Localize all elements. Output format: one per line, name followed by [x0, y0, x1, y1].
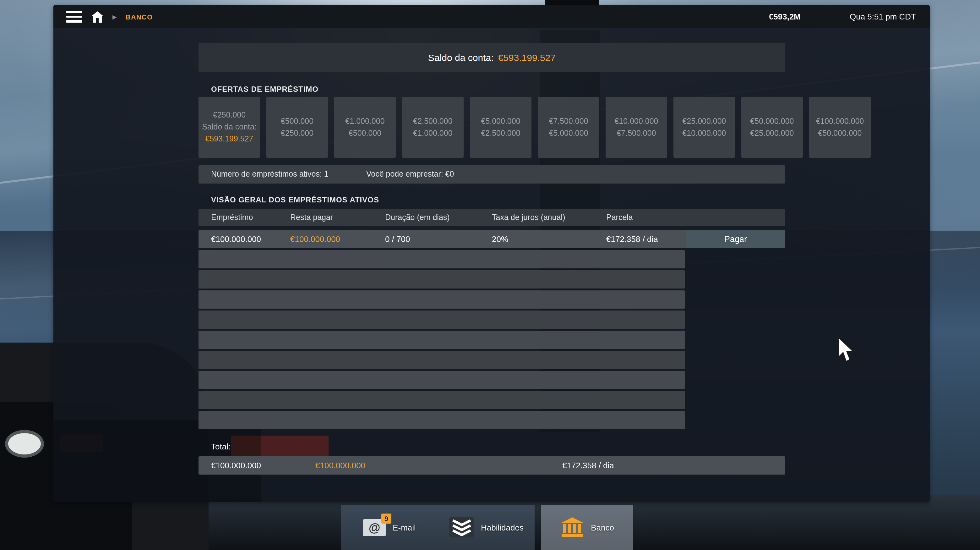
email-icon: @ 9 [363, 519, 386, 536]
loan-offer-card[interactable]: €10.000.000 €7.500.000 [606, 97, 667, 158]
loan-offer-requirement: €1.000.000 [413, 127, 452, 139]
loan-offer-requirement: €500.000 [348, 127, 381, 139]
loan-offer-card[interactable]: €100.000.000 €50.000.000 [809, 97, 871, 158]
pay-button[interactable]: Pagar [686, 230, 785, 248]
loan-table-row: €100.000.000 €100.000.000 0 / 700 20% €1… [199, 230, 785, 248]
game-screen: ▶ BANCO €593,2M Qua 5:51 pm CDT Saldo da… [0, 0, 980, 550]
empty-loan-row [199, 250, 685, 268]
taskbar: @ 9 E-mail Habilidades [341, 505, 633, 550]
loan-remaining: €100.000.000 [290, 230, 340, 248]
empty-loan-row [199, 391, 685, 409]
empty-loan-row [199, 371, 685, 389]
col-resta-pagar: Resta pagar [290, 209, 333, 226]
empty-loan-row [199, 290, 685, 309]
breadcrumb: BANCO [126, 13, 153, 21]
borrow-capacity: Você pode emprestar: €0 [366, 165, 454, 183]
taskbar-item-email[interactable]: @ 9 E-mail [341, 505, 438, 550]
loan-offer-card[interactable]: €250.000 Saldo da conta: €593.199.527 [199, 97, 260, 158]
total-label: Total: [211, 442, 231, 451]
total-installment: €172.358 / dia [562, 456, 614, 475]
loan-offer-card[interactable]: €50.000.000 €25.000.000 [741, 97, 803, 158]
loan-offer-amount: €250.000 [213, 109, 246, 121]
empty-loan-row [199, 311, 685, 329]
loan-offer-requirement: €25.000.000 [750, 127, 794, 139]
taskbar-label-email: E-mail [393, 523, 416, 532]
empty-loan-row [199, 331, 685, 349]
taskbar-label-bank: Banco [591, 523, 614, 532]
active-loans-title: VISÃO GERAL DOS EMPRÉSTIMOS ATIVOS [211, 196, 379, 204]
empty-loan-rows [199, 250, 685, 431]
bank-icon [560, 517, 584, 537]
loan-offer-amount: €5.000.000 [481, 115, 520, 127]
total-remaining: €100.000.000 [315, 456, 365, 475]
loan-offer-tooltip-label: Saldo da conta: [202, 121, 257, 133]
loan-offer-card[interactable]: €7.500.000 €5.000.000 [538, 97, 599, 158]
taskbar-item-skills[interactable]: Habilidades [438, 505, 535, 550]
loan-offer-card[interactable]: €2.500.000 €1.000.000 [402, 97, 464, 158]
bank-panel: ▶ BANCO €593,2M Qua 5:51 pm CDT Saldo da… [53, 5, 930, 502]
taskbar-item-bank[interactable]: Banco [541, 505, 633, 550]
col-parcela: Parcela [606, 209, 633, 226]
top-bar-right: €593,2M Qua 5:51 pm CDT [769, 12, 930, 21]
account-balance-value: €593.199.527 [498, 52, 556, 62]
balance-short: €593,2M [769, 12, 801, 21]
loan-offer-requirement: €250.000 [281, 127, 313, 139]
col-duracao: Duração (em dias) [385, 209, 450, 226]
top-bar: ▶ BANCO €593,2M Qua 5:51 pm CDT [53, 5, 930, 28]
col-taxa-juros: Taxa de juros (anual) [492, 209, 565, 226]
loan-amount: €100.000.000 [211, 230, 261, 248]
email-badge: 9 [381, 513, 391, 523]
taskbar-label-skills: Habilidades [481, 523, 523, 532]
active-loans-count: Número de empréstimos ativos: 1 [211, 165, 329, 183]
skills-icon [449, 517, 474, 537]
loan-offer-amount: €1.000.000 [345, 115, 385, 127]
loans-table-header: Empréstimo Resta pagar Duração (em dias)… [199, 209, 785, 226]
empty-loan-row [199, 270, 685, 289]
loan-offer-amount: €25.000.000 [682, 115, 726, 127]
menu-icon[interactable] [66, 11, 82, 22]
top-bar-left: ▶ BANCO [53, 11, 153, 22]
loan-offer-amount: €10.000.000 [614, 115, 658, 127]
loan-offer-card[interactable]: €1.000.000 €500.000 [334, 97, 396, 158]
loan-offer-tooltip-value: €593.199.527 [205, 133, 253, 145]
truck-headlight [5, 430, 44, 458]
loan-duration: 0 / 700 [385, 230, 410, 248]
account-balance-label: Saldo da conta: [428, 52, 494, 62]
loan-offers-title: OFERTAS DE EMPRÉSTIMO [211, 85, 318, 94]
game-datetime: Qua 5:51 pm CDT [850, 12, 916, 21]
loan-offer-amount: €500.000 [281, 115, 313, 127]
loan-offer-amount: €50.000.000 [750, 115, 794, 127]
loan-offer-amount: €7.500.000 [549, 115, 588, 127]
total-loan-amount: €100.000.000 [211, 456, 261, 475]
loan-offer-requirement: €50.000.000 [818, 127, 862, 139]
empty-loan-row [199, 351, 685, 369]
loan-offer-card[interactable]: €500.000 €250.000 [266, 97, 328, 158]
loan-offer-amount: €2.500.000 [413, 115, 452, 127]
loan-offer-requirement: €5.000.000 [549, 127, 588, 139]
loan-offer-requirement: €10.000.000 [682, 127, 726, 139]
account-balance-bar: Saldo da conta: €593.199.527 [199, 43, 785, 72]
loan-offer-requirement: €2.500.000 [481, 127, 520, 139]
total-bar: €100.000.000 €100.000.000 €172.358 / dia [199, 456, 785, 475]
taskbar-strip: @ 9 E-mail Habilidades [341, 505, 535, 550]
loan-status-bar: Número de empréstimos ativos: 1 Você pod… [199, 165, 785, 183]
loan-offer-card[interactable]: €25.000.000 €10.000.000 [673, 97, 735, 158]
loan-installment: €172.358 / dia [606, 230, 658, 248]
home-icon[interactable] [91, 11, 103, 22]
breadcrumb-arrow-icon: ▶ [113, 14, 117, 20]
empty-loan-row [199, 411, 685, 429]
loan-interest: 20% [492, 230, 508, 248]
loan-offer-amount: €100.000.000 [816, 115, 864, 127]
loan-offers-row: €250.000 Saldo da conta: €593.199.527 €5… [199, 97, 873, 158]
loan-offer-requirement: €7.500.000 [617, 127, 656, 139]
loan-offer-card[interactable]: €5.000.000 €2.500.000 [470, 97, 531, 158]
col-emprestimo: Empréstimo [211, 209, 253, 226]
